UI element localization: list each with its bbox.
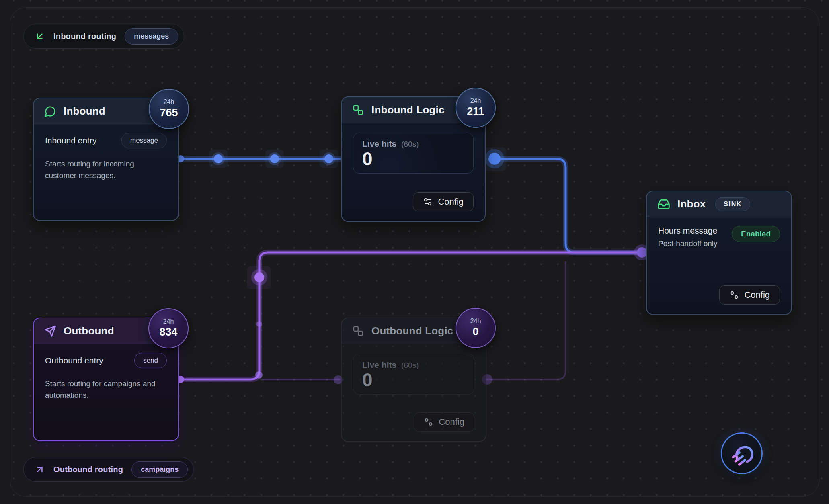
- node-description: Starts routing for campaigns and automat…: [45, 378, 166, 402]
- entry-label: Inbound entry: [45, 136, 96, 145]
- config-label: Config: [438, 197, 464, 207]
- message-circle-icon: [44, 105, 56, 117]
- live-hits-window: (60s): [401, 140, 419, 149]
- workflow-icon: [352, 104, 364, 116]
- sink-badge: SINK: [715, 197, 750, 211]
- badge-count: 0: [472, 326, 478, 338]
- live-hits-window: (60s): [401, 361, 419, 370]
- setting-title: Hours message: [658, 226, 718, 236]
- legend-inbound-label: Inbound routing: [53, 32, 116, 41]
- count-badge-inbound: 24h 765: [149, 89, 189, 129]
- sliders-icon: [424, 417, 433, 427]
- live-hits-label: Live hits: [362, 139, 396, 149]
- legend-outbound-label: Outbound routing: [53, 465, 123, 474]
- wire-outbound-logic-to-inbox: [486, 261, 566, 379]
- live-hits-panel: Live hits (60s) 0: [353, 133, 474, 174]
- node-title: Inbound: [64, 105, 105, 117]
- legend-inbound-badge[interactable]: messages: [125, 28, 178, 45]
- sliders-icon: [423, 197, 433, 207]
- badge-count: 834: [159, 326, 177, 338]
- app-logo-button[interactable]: [721, 432, 763, 474]
- sliders-icon: [729, 290, 739, 300]
- live-hits-value: 0: [362, 150, 464, 168]
- count-badge-outbound-logic: 24h 0: [456, 308, 496, 348]
- workflow-icon: [352, 325, 364, 337]
- badge-count: 765: [160, 107, 178, 119]
- arrow-down-left-icon: [35, 31, 45, 41]
- config-label: Config: [744, 290, 770, 300]
- status-badge-enabled: Enabled: [732, 226, 780, 242]
- badge-window: 24h: [164, 98, 174, 106]
- flow-canvas[interactable]: Inbound routing messages Outbound routin…: [0, 0, 829, 504]
- node-inbound-logic[interactable]: Inbound Logic Live hits (60s) 0 Config 2…: [341, 96, 486, 222]
- badge-count: 211: [467, 105, 484, 118]
- inbox-tray-icon: [657, 198, 670, 211]
- node-inbound[interactable]: Inbound Inbound entry message Starts rou…: [33, 98, 179, 221]
- setting-subtitle: Post-handoff only: [658, 239, 718, 248]
- entry-tag: send: [134, 353, 167, 368]
- live-hits-label: Live hits: [362, 360, 396, 370]
- badge-window: 24h: [470, 97, 481, 104]
- arrow-up-right-icon: [35, 464, 45, 475]
- live-hits-value: 0: [362, 371, 465, 389]
- node-inbox[interactable]: Inbox SINK Hours message Post-handoff on…: [646, 191, 792, 315]
- send-icon: [44, 325, 56, 337]
- count-badge-outbound: 24h 834: [148, 308, 189, 348]
- node-outbound[interactable]: Outbound Outbound entry send Starts rout…: [33, 318, 179, 441]
- config-button-inbound-logic[interactable]: Config: [413, 192, 474, 211]
- legend-outbound-badge[interactable]: campaigns: [131, 461, 188, 478]
- badge-window: 24h: [163, 318, 174, 325]
- entry-label: Outbound entry: [45, 356, 103, 365]
- config-button-inbox[interactable]: Config: [719, 285, 780, 305]
- node-title: Outbound: [64, 325, 114, 337]
- wire-inbound-logic-to-inbox: [501, 159, 642, 252]
- badge-window: 24h: [470, 318, 481, 325]
- config-button-outbound-logic[interactable]: Config: [414, 412, 474, 432]
- count-badge-inbound-logic: 24h 211: [456, 88, 496, 128]
- node-title: Outbound Logic: [371, 325, 453, 337]
- node-title: Inbound Logic: [371, 104, 445, 116]
- port-inbound-logic-output-core[interactable]: [488, 153, 501, 165]
- node-description: Starts routing for incoming customer mes…: [45, 158, 166, 182]
- config-label: Config: [439, 417, 464, 427]
- node-outbound-logic[interactable]: Outbound Logic Live hits (60s) 0 Config …: [341, 318, 486, 442]
- node-inbox-header: Inbox SINK: [647, 191, 791, 217]
- live-hits-panel: Live hits (60s) 0: [353, 354, 474, 395]
- legend-inbound-routing[interactable]: Inbound routing messages: [23, 24, 184, 49]
- node-title: Inbox: [677, 198, 706, 210]
- jellyfish-logo-icon: [728, 440, 755, 467]
- legend-outbound-routing[interactable]: Outbound routing campaigns: [23, 457, 194, 482]
- wire-glow: [501, 159, 642, 252]
- entry-tag: message: [121, 133, 167, 148]
